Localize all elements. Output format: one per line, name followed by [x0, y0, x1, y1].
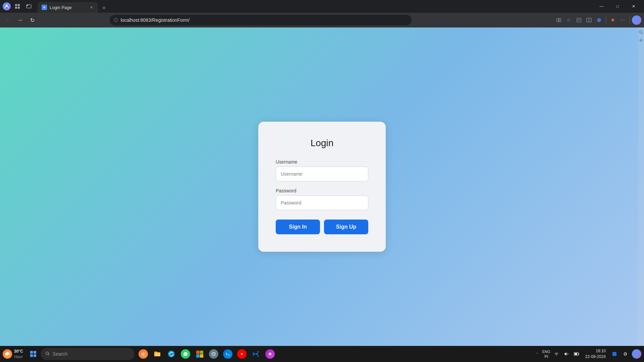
windows-logo	[30, 351, 36, 357]
browser-profile-icon[interactable]	[3, 2, 11, 10]
svg-rect-25	[578, 353, 579, 355]
copilot-button[interactable]	[594, 15, 604, 25]
lang-indicator[interactable]: ENG IN	[542, 349, 551, 359]
address-bar-row: ← → ↻ ⓘ localhost:8083/RegistrationForm/…	[0, 13, 644, 27]
edge-app[interactable]	[165, 347, 178, 361]
weather-widget[interactable]: 30°C Haze	[3, 349, 23, 359]
tab-title: Login Page	[50, 5, 86, 10]
login-title: Login	[276, 138, 368, 148]
app-icon-1[interactable]	[137, 347, 150, 361]
content-add-button[interactable]	[638, 38, 644, 43]
reload-button[interactable]: ↻	[27, 15, 38, 25]
taskbar-search[interactable]: Search	[41, 348, 135, 360]
svg-rect-17	[196, 351, 200, 354]
active-tab[interactable]: Login Page ✕	[38, 2, 98, 13]
content-right-panel	[638, 27, 644, 346]
tab-favicon	[42, 5, 47, 10]
weather-text: 30°C Haze	[14, 349, 23, 359]
reader-view-button[interactable]	[554, 15, 564, 25]
svg-point-15	[46, 352, 49, 355]
new-tab-button[interactable]: +	[99, 3, 109, 13]
more-options-button[interactable]: ⋯	[618, 15, 628, 25]
collections-button[interactable]	[574, 15, 584, 25]
ms-store-app[interactable]	[193, 347, 206, 361]
password-group: Password	[276, 188, 368, 210]
svg-point-23	[556, 355, 557, 356]
system-tray-icons: ENG IN	[542, 349, 581, 359]
close-button[interactable]: ✕	[626, 0, 641, 13]
taskbar-right: ⌃ ENG IN	[534, 348, 641, 360]
edge-profile-button[interactable]	[632, 15, 641, 25]
dev-tools-icon	[223, 349, 232, 359]
window-controls: — □ ✕	[594, 0, 641, 13]
title-bar: Login Page ✕ + — □ ✕	[0, 0, 644, 13]
url-text: localhost:8083/RegistrationForm/	[121, 17, 408, 23]
svg-point-16	[168, 351, 175, 357]
username-label: Username	[276, 159, 368, 165]
svg-point-22	[269, 353, 271, 355]
back-button[interactable]: ←	[3, 15, 13, 25]
tab-group-button[interactable]	[24, 2, 34, 11]
profile-divider	[630, 16, 630, 24]
svg-rect-6	[26, 5, 28, 6]
clock[interactable]: 18:10 22-08-2024	[583, 348, 608, 360]
app-1-icon	[139, 349, 148, 359]
notification-center[interactable]	[610, 349, 619, 359]
password-input[interactable]	[276, 195, 368, 210]
browser-window: Login Page ✕ + — □ ✕ ← → ↻ ⓘ localhost:8…	[0, 0, 644, 362]
minimize-button[interactable]: —	[594, 0, 609, 13]
app-icon-5[interactable]	[207, 347, 220, 361]
svg-rect-1	[15, 4, 17, 6]
svg-rect-2	[18, 4, 20, 6]
youtube-icon	[237, 349, 247, 359]
clock-time: 18:10	[585, 348, 606, 354]
button-row: Sign In Sign Up	[276, 220, 368, 234]
svg-rect-3	[15, 7, 17, 9]
address-bar[interactable]: ⓘ localhost:8083/RegistrationForm/	[110, 15, 412, 25]
svg-point-14	[5, 353, 8, 355]
login-card: Login Username Password Sign In Sign Up	[258, 122, 386, 252]
start-button[interactable]	[26, 347, 40, 361]
weather-desc: Haze	[14, 354, 23, 359]
title-bar-controls	[3, 2, 34, 11]
file-manager-app[interactable]	[151, 347, 164, 361]
app-icon-9[interactable]	[263, 347, 277, 361]
vscode-app[interactable]	[249, 347, 263, 361]
taskbar-settings-icon[interactable]: ⚙	[621, 349, 630, 359]
svg-rect-18	[200, 351, 203, 354]
security-icon: ⓘ	[114, 17, 118, 23]
password-label: Password	[276, 188, 368, 193]
taskbar-profile-button[interactable]	[632, 349, 641, 359]
browser-essentials-button[interactable]	[608, 15, 618, 25]
dev-tools-app[interactable]	[221, 347, 234, 361]
volume-icon[interactable]	[562, 349, 571, 359]
svg-rect-27	[612, 352, 616, 356]
username-input[interactable]	[276, 167, 368, 181]
taskbar: 30°C Haze Search	[0, 346, 644, 362]
username-group: Username	[276, 159, 368, 181]
search-icon	[45, 351, 50, 357]
sign-up-button[interactable]: Sign Up	[324, 220, 368, 234]
favorites-button[interactable]: ☆	[564, 15, 574, 25]
sign-in-button[interactable]: Sign In	[276, 220, 320, 234]
whatsapp-app[interactable]	[179, 347, 192, 361]
tab-close-button[interactable]: ✕	[89, 5, 94, 10]
svg-point-10	[639, 31, 642, 33]
svg-rect-20	[200, 354, 203, 358]
youtube-app[interactable]	[235, 347, 249, 361]
content-area: Login Username Password Sign In Sign Up	[0, 27, 644, 346]
svg-rect-19	[196, 354, 200, 358]
content-search-button[interactable]	[638, 29, 644, 35]
system-tray-expand[interactable]: ⌃	[534, 348, 540, 360]
wifi-icon[interactable]	[552, 349, 561, 359]
weather-temp: 30°C	[14, 349, 23, 354]
maximize-button[interactable]: □	[610, 0, 625, 13]
forward-button[interactable]: →	[15, 15, 25, 25]
battery-icon[interactable]	[572, 349, 581, 359]
toolbar-divider	[606, 16, 606, 24]
svg-rect-26	[575, 353, 577, 355]
search-placeholder-text: Search	[53, 351, 67, 357]
workspaces-button[interactable]	[13, 2, 22, 11]
login-card-wrapper: Login Username Password Sign In Sign Up	[0, 27, 644, 346]
split-screen-button[interactable]	[584, 15, 594, 25]
